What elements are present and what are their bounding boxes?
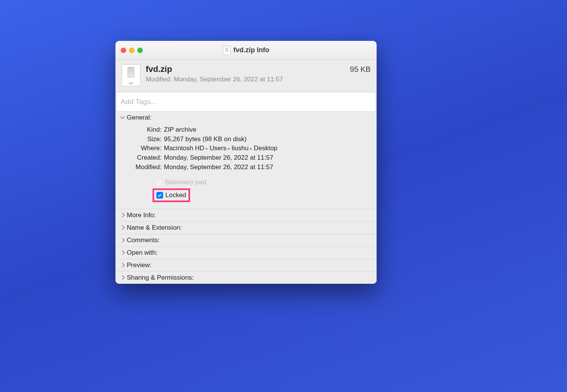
minimize-window-button[interactable] — [129, 48, 134, 53]
section-comments[interactable]: Comments: — [115, 234, 377, 246]
chevron-right-icon — [120, 238, 125, 243]
size-value: 95,267 bytes (98 KB on disk) — [164, 135, 371, 144]
kv-where: Where: Macintosh HD▸Users▸liushu▸Desktop — [122, 144, 371, 153]
locked-label: Locked — [165, 191, 186, 199]
section-sharing-permissions-label: Sharing & Permissions: — [127, 274, 194, 282]
file-thumbnail-icon: ZIP — [122, 64, 140, 86]
file-header-main: fvd.zip Modified: Monday, September 26, … — [146, 64, 345, 83]
file-header: ZIP fvd.zip Modified: Monday, September … — [115, 60, 377, 92]
chevron-down-icon — [120, 115, 125, 120]
created-label: Created: — [122, 153, 162, 163]
section-general-header[interactable]: General: — [115, 112, 377, 124]
general-body: Kind: ZIP archive Size: 95,267 bytes (98… — [115, 124, 377, 209]
file-modified-value: Monday, September 26, 2022 at 11:57 — [174, 76, 283, 83]
titlebar[interactable]: fvd.zip Info — [115, 41, 377, 60]
close-window-button[interactable] — [121, 48, 126, 53]
tags-area — [115, 92, 377, 112]
kv-size: Size: 95,267 bytes (98 KB on disk) — [122, 135, 371, 144]
where-seg-3: Desktop — [254, 145, 277, 152]
section-name-extension[interactable]: Name & Extension: — [115, 221, 377, 234]
chevron-right-icon — [120, 250, 125, 255]
kind-value: ZIP archive — [164, 125, 371, 135]
where-value: Macintosh HD▸Users▸liushu▸Desktop — [164, 144, 371, 153]
window-title-group: fvd.zip Info — [115, 46, 377, 55]
section-more-info-label: More Info: — [127, 212, 156, 219]
file-name: fvd.zip — [146, 64, 345, 74]
stationery-pad-label: Stationery pad — [165, 179, 206, 186]
kv-kind: Kind: ZIP archive — [122, 125, 371, 135]
created-value: Monday, September 26, 2022 at 11:57 — [164, 153, 371, 163]
locked-row: Locked — [156, 188, 371, 202]
chevron-right-icon — [120, 263, 125, 268]
zip-file-icon — [223, 46, 231, 55]
general-checks: Stationery pad Locked — [122, 179, 371, 202]
where-seg-1: Users — [210, 145, 226, 152]
tags-input[interactable] — [117, 92, 375, 112]
collapsed-sections: More Info: Name & Extension: Comments: O… — [115, 209, 377, 284]
stationery-pad-checkbox — [156, 179, 162, 186]
section-open-with-label: Open with: — [127, 249, 157, 257]
size-label: Size: — [122, 135, 162, 144]
file-thumbnail-badge: ZIP — [129, 82, 133, 85]
window-title: fvd.zip Info — [234, 46, 269, 54]
chevron-right-icon — [120, 226, 125, 230]
chevron-right-icon — [120, 213, 125, 218]
locked-highlight: Locked — [153, 188, 190, 202]
section-more-info[interactable]: More Info: — [115, 209, 377, 221]
path-separator-icon: ▸ — [249, 146, 254, 151]
kv-modified: Modified: Monday, September 26, 2022 at … — [122, 163, 371, 172]
kv-created: Created: Monday, September 26, 2022 at 1… — [122, 153, 371, 163]
stationery-pad-row: Stationery pad — [156, 179, 371, 186]
section-general-title: General: — [127, 114, 151, 121]
locked-checkbox[interactable] — [156, 192, 163, 199]
section-comments-label: Comments: — [127, 236, 160, 244]
window-controls — [121, 48, 143, 53]
file-modified-prefix: Modified: — [146, 76, 172, 83]
section-open-with[interactable]: Open with: — [115, 246, 377, 259]
section-preview[interactable]: Preview: — [115, 259, 377, 271]
where-seg-0: Macintosh HD — [164, 145, 204, 152]
checkmark-icon — [157, 193, 162, 198]
path-separator-icon: ▸ — [226, 146, 232, 151]
where-label: Where: — [122, 144, 162, 153]
modified-value: Monday, September 26, 2022 at 11:57 — [164, 163, 371, 172]
file-modified-line: Modified: Monday, September 26, 2022 at … — [146, 76, 345, 83]
section-preview-label: Preview: — [127, 261, 151, 269]
section-name-extension-label: Name & Extension: — [127, 224, 182, 232]
chevron-right-icon — [120, 275, 125, 280]
modified-label: Modified: — [122, 163, 162, 172]
path-separator-icon: ▸ — [204, 146, 210, 151]
kind-label: Kind: — [122, 125, 162, 135]
file-size: 95 KB — [350, 64, 371, 74]
zoom-window-button[interactable] — [137, 48, 143, 53]
where-seg-2: liushu — [232, 145, 248, 152]
get-info-window: fvd.zip Info ZIP fvd.zip Modified: Monda… — [115, 41, 377, 284]
section-sharing-permissions[interactable]: Sharing & Permissions: — [115, 271, 377, 284]
